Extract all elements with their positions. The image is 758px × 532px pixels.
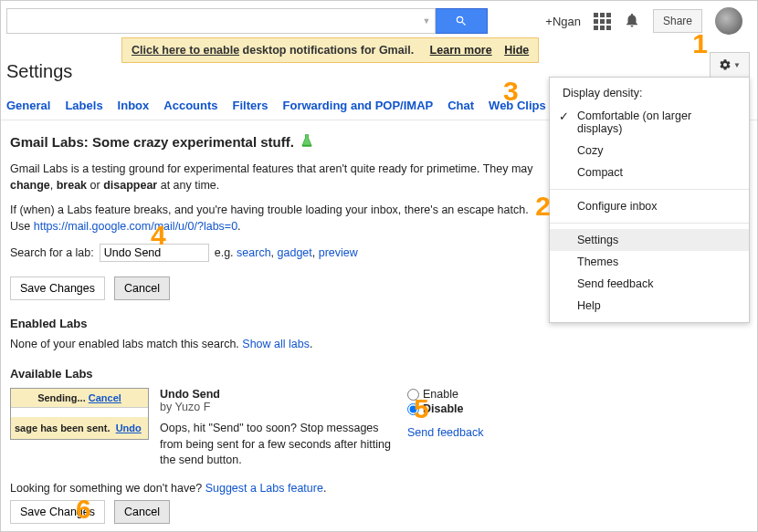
banner-text: desktop notifications for Gmail. [239,44,414,57]
labs-content: Gmail Labs: Some crazy experimental stuf… [1,120,544,524]
save-changes-button[interactable]: Save Changes [10,276,105,300]
lab-preview-image: Sending... Cancel sage has been sent. Un… [10,388,149,440]
lab-title: Undo Send [160,388,396,401]
lab-description: Oops, hit "Send" too soon? Stop messages… [160,421,396,469]
menu-configure-inbox[interactable]: Configure inbox [550,195,749,217]
labs-heading-text: Gmail Labs: Some crazy experimental stuf… [10,134,294,150]
preview-sent-text: sage has been sent. [15,422,111,433]
lab-enable-radio[interactable]: Enable [407,388,535,401]
settings-menu: Display density: Comfortable (on larger … [549,77,750,323]
global-search-button[interactable] [435,8,488,34]
density-compact[interactable]: Compact [550,162,749,183]
lab-row-undo-send: Sending... Cancel sage has been sent. Un… [10,388,535,469]
search-dropdown-icon[interactable]: ▼ [418,9,435,33]
labs-heading: Gmail Labs: Some crazy experimental stuf… [10,131,535,152]
tab-forwarding[interactable]: Forwarding and POP/IMAP [283,95,434,120]
cancel-button[interactable]: Cancel [114,276,170,300]
tab-chat[interactable]: Chat [447,95,474,120]
tab-inbox[interactable]: Inbox [118,95,150,120]
suggest-labs-link[interactable]: Suggest a Labs feature [205,482,323,495]
menu-divider [550,189,749,190]
menu-themes[interactable]: Themes [550,251,749,273]
labs-escape-link[interactable]: https://mail.google.com/mail/u/0/?labs=0 [34,220,237,233]
desktop-notifications-banner: Click here to enable desktop notificatio… [121,37,539,63]
lab-feedback-link[interactable]: Send feedback [407,426,483,439]
lab-search-row: Search for a lab: e.g. search, gadget, p… [10,244,535,262]
global-search-input[interactable] [7,9,418,33]
plus-name-link[interactable]: +Ngan [545,15,581,28]
looking-text: Looking for something we don't have? Sug… [10,482,535,495]
preview-cancel-link: Cancel [89,392,121,403]
gear-dropdown-icon: ▼ [733,61,741,69]
available-labs-title: Available Labs [10,367,535,381]
example-gadget[interactable]: gadget [278,246,312,259]
density-cozy[interactable]: Cozy [550,140,749,162]
search-icon [455,15,468,27]
share-button[interactable]: Share [653,9,702,33]
search-box: ▼ [6,8,436,34]
learn-more-link[interactable]: Learn more [430,44,492,57]
settings-gear-button[interactable]: ▼ [710,52,750,78]
profile-avatar[interactable] [715,7,742,35]
lab-search-examples: e.g. search, gadget, preview [215,246,358,259]
density-comfortable[interactable]: Comfortable (on larger displays) [550,105,749,140]
tab-accounts[interactable]: Accounts [163,95,217,120]
lab-search-input[interactable] [100,244,209,262]
preview-sending-text: Sending... [37,392,86,403]
gear-icon [719,58,732,71]
example-search[interactable]: search [237,246,271,259]
menu-help[interactable]: Help [550,295,749,317]
hide-banner-link[interactable]: Hide [504,44,529,57]
show-all-labs-link[interactable]: Show all labs [242,338,310,350]
top-bar: ▼ +Ngan Share [1,1,757,41]
lab-author: by Yuzo F [160,401,396,413]
lab-search-label: Search for a lab: [10,246,94,259]
density-title: Display density: [550,83,749,105]
notifications-bell-icon[interactable] [624,12,640,31]
flask-icon [300,131,314,152]
menu-feedback[interactable]: Send feedback [550,273,749,295]
tab-labels[interactable]: Labels [65,95,102,120]
enabled-labs-text: None of your enabled labs match this sea… [10,338,535,350]
enable-notifications-link[interactable]: Click here to enable [132,44,239,57]
labs-intro-1: Gmail Labs is a testing ground for exper… [10,162,535,193]
apps-launcher-icon[interactable] [594,13,611,30]
menu-divider [550,223,749,224]
preview-undo-link: Undo [116,422,142,433]
tab-webclips[interactable]: Web Clips [489,95,546,120]
tab-filters[interactable]: Filters [233,95,268,120]
enabled-labs-title: Enabled Labs [10,317,535,330]
lab-disable-radio[interactable]: Disable [407,402,535,415]
menu-settings[interactable]: Settings [550,229,749,251]
example-preview[interactable]: preview [319,246,358,259]
cancel-button-bottom[interactable]: Cancel [114,500,170,524]
save-changes-button-bottom[interactable]: Save Changes [10,500,105,524]
tab-general[interactable]: General [6,95,50,120]
labs-intro-2: If (when) a Labs feature breaks, and you… [10,203,535,235]
